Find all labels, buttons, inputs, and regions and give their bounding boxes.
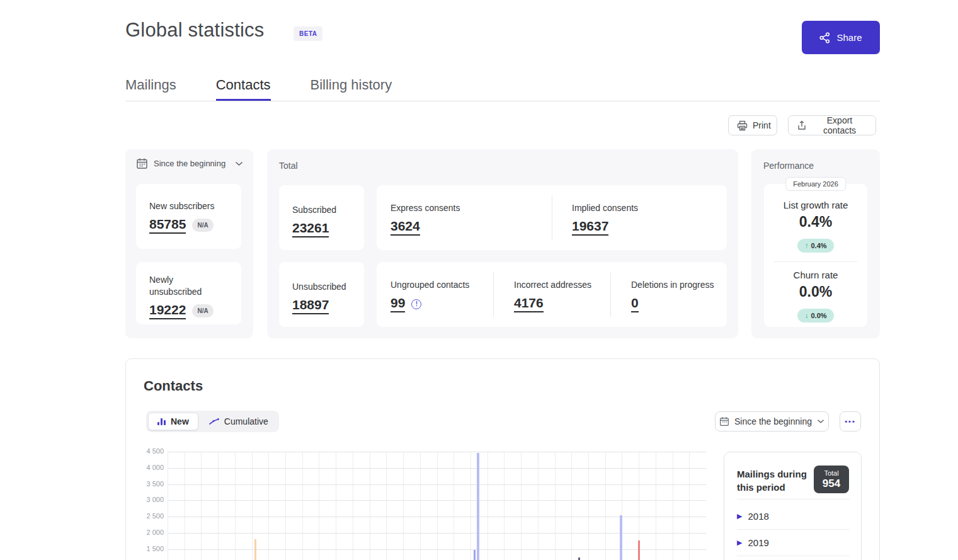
year-row-2019[interactable]: ▶ 2019 [737,534,850,551]
toggle-new[interactable]: New [148,413,198,430]
page-title: Global statistics [125,19,264,42]
tab-contacts[interactable]: Contacts [216,73,271,101]
tab-mailings[interactable]: Mailings [125,73,176,101]
stat-title: New subscribers [149,200,241,212]
new-subscribers-value[interactable]: 85785 [149,217,186,234]
beta-badge: BETA [294,26,322,41]
info-icon[interactable]: ! [411,299,421,309]
total-label: Total [824,469,838,477]
year-label: 2018 [748,511,768,522]
express-consents-value[interactable]: 3624 [391,219,420,236]
chart-bar [578,557,580,560]
triangle-right-icon: ▶ [737,539,742,547]
up-arrow-icon: ↑ [804,241,808,250]
newly-unsubscribed-value[interactable]: 19222 [149,302,186,319]
stat-title: Unsubscribed [292,281,364,293]
triangle-right-icon: ▶ [737,512,742,520]
period-selector-label: Since the beginning [154,158,229,169]
churn-delta-badge: ↓ 0.0% [797,309,833,323]
calendar-icon [136,157,148,169]
na-badge: N/A [192,304,213,317]
implied-consents-value[interactable]: 19637 [572,219,608,236]
mailings-summary-card: Mailings during this period Total 954 ▶ … [724,452,862,560]
subscribed-card: Subscribed 23261 [279,185,364,250]
performance-month-badge: February 2026 [785,177,846,191]
print-button[interactable]: Print [728,115,777,135]
unsubscribed-card: Unsubscribed 18897 [279,262,364,327]
stat-title: Implied consents [572,202,727,214]
performance-label: Performance [763,161,814,171]
share-icon [819,32,831,43]
ellipsis-icon: ••• [845,418,856,425]
consents-card: Express consents 3624 Implied consents 1… [377,185,727,250]
total-label: Total [279,161,298,171]
calendar-icon [719,416,729,426]
divider [610,272,611,317]
divider [737,556,850,556]
tab-bar: Mailings Contacts Billing history [125,73,880,101]
y-axis-tick: 3 500 [126,480,164,488]
toggle-cumulative[interactable]: Cumulative [200,413,277,430]
y-axis-tick: 3 000 [126,496,164,503]
y-axis-tick: 4 000 [126,464,164,471]
stat-title: Incorrect addresses [514,279,610,291]
total-value: 954 [823,477,840,490]
y-axis-tick: 4 500 [126,447,164,455]
share-button[interactable]: Share [802,21,880,54]
printer-icon [737,120,748,131]
divider [774,261,857,262]
chart-period-selector[interactable]: Since the beginning [715,411,829,431]
share-label: Share [836,32,862,43]
mailings-total-badge: Total 954 [814,466,849,493]
export-icon [797,120,807,131]
chart-period-label: Since the beginning [734,416,812,426]
ungrouped-contacts-value[interactable]: 99 [391,295,405,312]
chart-bar [254,539,256,560]
toggle-new-label: New [171,416,189,426]
bar-chart-icon [157,418,166,425]
chart-bar [620,515,622,560]
y-axis-tick: 2 500 [126,512,164,520]
divider [493,272,494,317]
y-axis-tick: 1 500 [126,545,164,552]
period-selector[interactable]: Since the beginning [136,157,243,169]
churn-rate-title: Churn rate [764,270,867,280]
stat-title: Deletions in progress [631,279,727,291]
list-growth-rate-title: List growth rate [764,200,867,210]
export-contacts-button[interactable]: Export contacts [788,115,876,135]
list-growth-rate-value: 0.4% [764,214,867,231]
deletions-in-progress-value[interactable]: 0 [631,295,639,312]
chevron-down-icon [817,419,824,424]
incorrect-addresses-value[interactable]: 4176 [514,295,544,312]
newly-unsubscribed-card: Newly unsubscribed 19222 N/A [136,262,241,324]
line-chart-icon [208,418,219,425]
stat-title: Ungrouped contacts [391,279,493,291]
chevron-down-icon [235,161,243,166]
divider [737,529,850,530]
divider [737,499,850,500]
mailings-panel-title: Mailings during this period [737,467,811,494]
chart-bar [638,540,640,560]
total-stats-panel: Total Subscribed 23261 Express consents … [267,149,738,338]
performance-panel: Performance February 2026 List growth ra… [751,149,880,338]
subscribed-value[interactable]: 23261 [292,220,329,237]
down-arrow-icon: ↓ [804,311,808,320]
churn-rate-value: 0.0% [764,283,867,300]
global-statistics-page: Global statistics BETA Share Mailings Co… [0,0,958,560]
divider [552,195,552,240]
tab-billing-history[interactable]: Billing history [311,73,392,101]
delta-value: 0.0% [811,312,826,319]
y-axis-tick: 2 000 [126,529,164,536]
performance-card: February 2026 List growth rate 0.4% ↑ 0.… [764,184,867,327]
stat-title: Subscribed [292,204,364,216]
new-subscribers-card: New subscribers 85785 N/A [136,184,241,249]
chart-mode-toggle: New Cumulative [146,411,279,432]
unsubscribed-value[interactable]: 18897 [292,297,329,314]
contacts-section-title: Contacts [144,378,203,394]
year-row-2018[interactable]: ▶ 2018 [737,507,850,525]
chart-bar [474,550,476,560]
export-label: Export contacts [812,115,867,135]
period-stats-panel: Since the beginning New subscribers 8578… [125,149,253,338]
more-options-button[interactable]: ••• [840,411,861,431]
chart-bar [477,453,479,560]
